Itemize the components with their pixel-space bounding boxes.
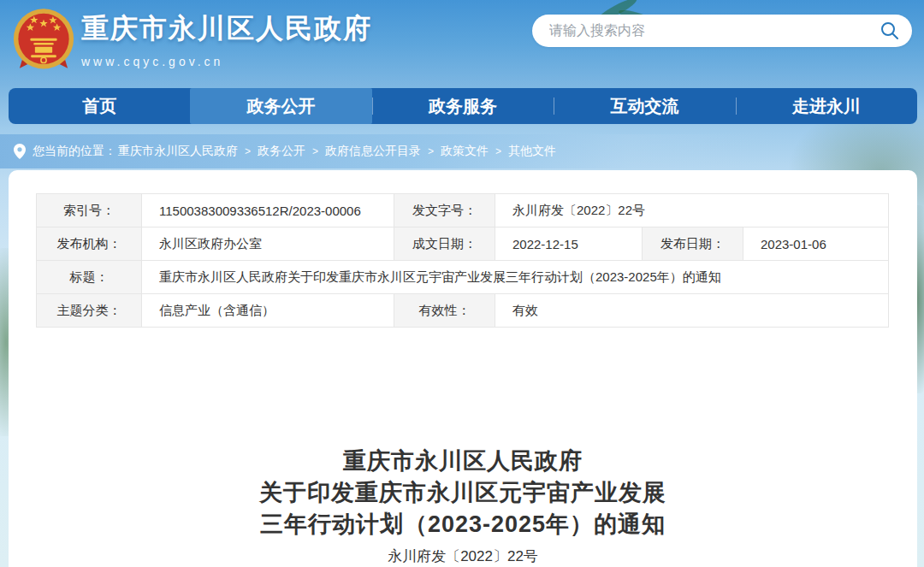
content-card: 索引号： 11500383009336512R/2023-00006 发文字号：…: [9, 170, 917, 567]
nav-item-about-yongchuan[interactable]: 走进永川: [736, 88, 917, 124]
site-url: www.cqyc.gov.cn: [81, 55, 372, 68]
breadcrumb-item-disclosure[interactable]: 政务公开: [258, 144, 305, 159]
table-row: 主题分类： 信息产业（含通信） 有效性： 有效: [37, 294, 889, 328]
location-pin-icon: [14, 144, 26, 159]
search-box: [532, 15, 912, 47]
document-title-line: 关于印发重庆市永川区元宇宙产业发展: [9, 477, 917, 509]
document-heading: 重庆市永川区人民政府 关于印发重庆市永川区元宇宙产业发展 三年行动计划（2023…: [9, 446, 917, 566]
nav-item-gov-disclosure[interactable]: 政务公开: [190, 88, 371, 124]
site-header: 重庆市永川区人民政府 www.cqyc.gov.cn: [0, 0, 924, 88]
nav-item-home[interactable]: 首页: [9, 88, 190, 124]
topic-category-value: 信息产业（含通信）: [142, 294, 394, 328]
site-logo-link[interactable]: 重庆市永川区人民政府 www.cqyc.gov.cn: [81, 10, 372, 68]
table-row: 发布机构： 永川区政府办公室 成文日期： 2022-12-15 发布日期： 20…: [37, 227, 889, 261]
breadcrumb-prefix: 您当前的位置：: [33, 144, 116, 159]
doc-symbol-value: 永川府发〔2022〕22号: [495, 194, 889, 227]
breadcrumb: 您当前的位置： 重庆市永川区人民政府 > 政务公开 > 政府信息公开目录 > 政…: [0, 134, 924, 168]
site-title: 重庆市永川区人民政府: [81, 10, 372, 48]
breadcrumb-item-policy-files[interactable]: 政策文件: [441, 144, 489, 159]
doc-symbol-label: 发文字号：: [394, 194, 495, 227]
breadcrumb-item-home[interactable]: 重庆市永川区人民政府: [118, 144, 238, 159]
title-label: 标题：: [37, 261, 142, 294]
nav-item-interaction[interactable]: 互动交流: [554, 88, 735, 124]
validity-label: 有效性：: [394, 294, 495, 328]
breadcrumb-separator: >: [312, 145, 318, 157]
breadcrumb-separator: >: [245, 145, 251, 157]
main-nav: 首页 政务公开 政务服务 互动交流 走进永川: [9, 88, 917, 124]
validity-value: 有效: [495, 294, 889, 328]
table-row: 标题： 重庆市永川区人民政府关于印发重庆市永川区元宇宙产业发展三年行动计划（20…: [37, 261, 889, 294]
written-date-value: 2022-12-15: [495, 227, 643, 261]
index-number-value: 11500383009336512R/2023-00006: [142, 194, 394, 227]
document-meta-table: 索引号： 11500383009336512R/2023-00006 发文字号：…: [36, 193, 889, 328]
written-date-label: 成文日期：: [394, 227, 495, 261]
issuing-agency-value: 永川区政府办公室: [142, 227, 394, 261]
title-value: 重庆市永川区人民政府关于印发重庆市永川区元宇宙产业发展三年行动计划（2023-2…: [142, 261, 889, 294]
publish-date-label: 发布日期：: [643, 227, 743, 261]
index-number-label: 索引号：: [37, 194, 142, 227]
nav-item-gov-services[interactable]: 政务服务: [372, 88, 554, 124]
search-input[interactable]: [549, 23, 880, 38]
document-title-line: 重庆市永川区人民政府: [9, 446, 917, 477]
issuing-agency-label: 发布机构：: [37, 227, 142, 261]
breadcrumb-item-other-files[interactable]: 其他文件: [508, 144, 556, 159]
document-number: 永川府发〔2022〕22号: [9, 546, 917, 566]
search-icon[interactable]: [880, 21, 900, 41]
publish-date-value: 2023-01-06: [743, 227, 889, 261]
breadcrumb-item-catalog[interactable]: 政府信息公开目录: [325, 144, 421, 159]
table-row: 索引号： 11500383009336512R/2023-00006 发文字号：…: [37, 194, 889, 227]
page: 重庆市永川区人民政府 www.cqyc.gov.cn 首页 政务公开 政务服务 …: [0, 0, 924, 567]
national-emblem-icon[interactable]: [10, 7, 77, 74]
topic-category-label: 主题分类：: [37, 294, 142, 328]
document-title-line: 三年行动计划（2023-2025年）的通知: [9, 509, 917, 540]
breadcrumb-separator: >: [495, 145, 501, 157]
breadcrumb-separator: >: [428, 145, 434, 157]
